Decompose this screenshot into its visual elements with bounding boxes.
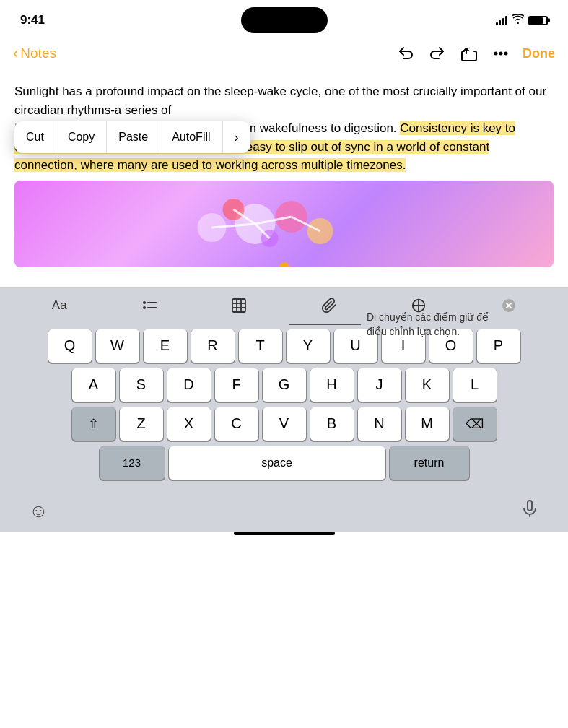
cut-menu-item[interactable]: Cut (14, 121, 56, 153)
svg-point-1 (500, 53, 502, 55)
status-icons (496, 14, 549, 26)
key-v[interactable]: V (263, 407, 306, 441)
aa-button[interactable]: Aa (45, 292, 74, 318)
callout-line (289, 324, 361, 325)
key-b[interactable]: B (310, 407, 354, 441)
key-m[interactable]: M (406, 407, 449, 441)
note-text-before: Sunlight has a profound impact on the sl… (14, 84, 546, 117)
svg-point-15 (143, 306, 146, 309)
svg-point-14 (143, 301, 146, 304)
more-button[interactable] (488, 40, 514, 66)
back-button[interactable]: ‹ Notes (13, 46, 56, 61)
key-r[interactable]: R (191, 329, 235, 363)
callout-container: Di chuyển các điểm giữ để điều chỉnh lựa… (289, 311, 489, 339)
key-g[interactable]: G (263, 368, 306, 402)
paste-menu-item[interactable]: Paste (107, 121, 160, 153)
home-indicator (234, 532, 335, 535)
key-a[interactable]: A (72, 368, 115, 402)
svg-point-2 (505, 53, 507, 55)
more-menu-item[interactable]: › (223, 121, 250, 153)
back-label: Notes (20, 46, 56, 61)
dynamic-island (241, 7, 328, 33)
emoji-button[interactable]: ☺ (29, 500, 48, 522)
delete-key[interactable]: ⌫ (453, 407, 497, 441)
done-button[interactable]: Done (520, 46, 555, 61)
key-e[interactable]: E (144, 329, 187, 363)
close-toolbar-button[interactable] (494, 292, 523, 318)
key-t[interactable]: T (239, 329, 282, 363)
key-q[interactable]: Q (48, 329, 92, 363)
copy-menu-item[interactable]: Copy (56, 121, 107, 153)
bottom-bar: ☺ (0, 488, 568, 532)
mic-button[interactable] (520, 499, 539, 523)
key-d[interactable]: D (167, 368, 211, 402)
note-image (14, 181, 554, 267)
autofill-menu-item[interactable]: AutoFill (160, 121, 222, 153)
key-s[interactable]: S (120, 368, 163, 402)
key-x[interactable]: X (167, 407, 211, 441)
space-key[interactable]: space (169, 446, 385, 480)
svg-point-0 (495, 53, 497, 55)
key-l[interactable]: L (453, 368, 497, 402)
nav-bar: ‹ Notes Done (0, 36, 568, 71)
callout-text: Di chuyển các điểm giữ để điều chỉnh lựa… (367, 311, 489, 339)
shift-key[interactable]: ⇧ (72, 407, 115, 441)
key-h[interactable]: H (310, 368, 354, 402)
key-k[interactable]: K (406, 368, 449, 402)
key-f[interactable]: F (215, 368, 258, 402)
key-c[interactable]: C (215, 407, 258, 441)
key-n[interactable]: N (358, 407, 401, 441)
keyboard: Q W E R T Y U I O P A S D F G H J K L ⇧ … (0, 324, 568, 488)
svg-rect-18 (232, 299, 245, 312)
key-j[interactable]: J (358, 368, 401, 402)
numbers-key[interactable]: 123 (100, 446, 165, 480)
signal-icon (496, 15, 508, 25)
keyboard-row-3: ⇧ Z X C V B N M ⌫ (3, 407, 565, 441)
redo-button[interactable] (424, 40, 450, 66)
table-button[interactable] (224, 292, 253, 318)
list-button[interactable] (135, 292, 164, 318)
share-button[interactable] (456, 40, 482, 66)
selection-handle[interactable] (279, 262, 289, 267)
context-menu: Cut Copy Paste AutoFill › (14, 121, 250, 153)
key-z[interactable]: Z (120, 407, 163, 441)
keyboard-row-2: A S D F G H J K L (3, 368, 565, 402)
svg-rect-27 (528, 500, 532, 511)
battery-icon (528, 16, 548, 25)
keyboard-row-4: 123 space return (3, 446, 565, 480)
wifi-icon (512, 14, 524, 26)
chevron-left-icon: ‹ (13, 46, 18, 61)
undo-button[interactable] (393, 40, 419, 66)
return-key[interactable]: return (390, 446, 469, 480)
status-time: 9:41 (20, 13, 45, 27)
key-w[interactable]: W (96, 329, 139, 363)
